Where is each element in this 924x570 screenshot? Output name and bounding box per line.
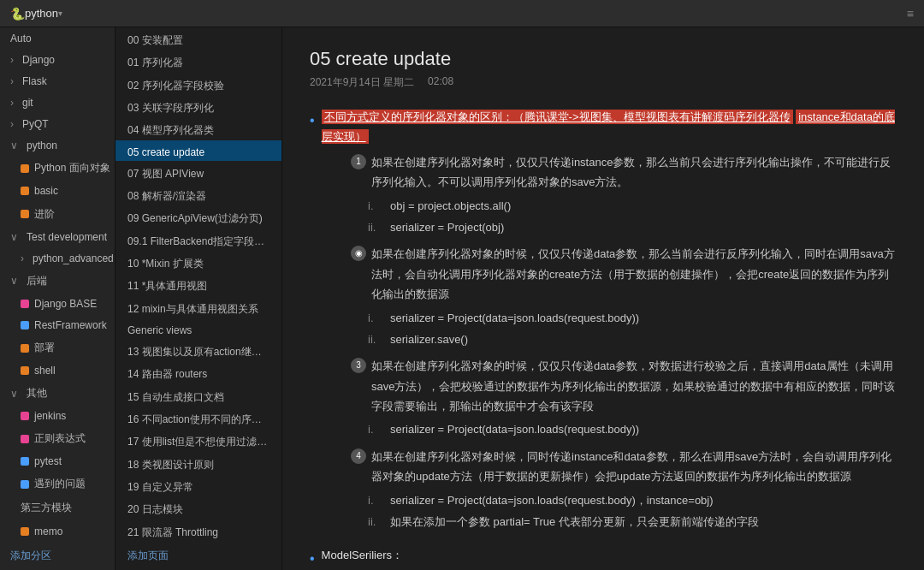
item-num-2: ◉	[351, 246, 366, 261]
middle-item-m10[interactable]: 10 *Mixin 扩展类	[116, 251, 281, 273]
middle-panel: 00 安装配置 01 序列化器 02 序列化器字段校验 03 关联字段序列化 0…	[116, 27, 282, 570]
sidebar-item-pyqt[interactable]: ›PyQT	[0, 114, 115, 135]
problems-dot	[21, 480, 29, 489]
memo-dot	[21, 527, 29, 536]
roman-1a: i.obj = project.objects.all()	[334, 196, 897, 216]
regex-dot	[21, 435, 29, 443]
sidebar-item-regex[interactable]: 正则表达式	[0, 427, 115, 451]
shell-dot	[21, 366, 29, 375]
content-body: • 不同方式定义的序列化器对象的区别：（腾讯课堂->视图集、模型视图表有讲解渡码…	[310, 107, 897, 570]
sidebar-item-jenkins[interactable]: jenkins	[0, 406, 115, 427]
middle-item-m02[interactable]: 02 序列化器字段校验	[116, 73, 281, 95]
main-layout: Auto ›Django ›Flask ›git ›PyQT ∨python P…	[0, 27, 924, 570]
sidebar-item-shell[interactable]: shell	[0, 360, 115, 382]
item-text-2: 如果在创建序列化器对象的时候，仅仅只传递data参数，那么当前会进行反序列化输入…	[371, 244, 897, 304]
sidebar: Auto ›Django ›Flask ›git ›PyQT ∨python P…	[0, 27, 116, 570]
item-text-1: 如果在创建序列化器对象时，仅仅只传递instance参数，那么当前只会进行序列化…	[371, 152, 897, 193]
middle-item-generic[interactable]: Generic views	[116, 318, 281, 339]
content-area: 05 create update 2021年9月14日 星期二 02:08 • …	[282, 27, 924, 570]
roman-4a: i.serializer = Project(data=json.loads(r…	[334, 490, 897, 510]
middle-item-m03[interactable]: 03 关联字段序列化	[116, 95, 281, 117]
list-item-1: 1 如果在创建序列化器对象时，仅仅只传递instance参数，那么当前只会进行序…	[351, 152, 897, 193]
bullet-dot-1: •	[310, 109, 315, 147]
sidebar-item-django-base[interactable]: Django BASE	[0, 293, 115, 314]
roman-1b: ii.serializer = Project(obj)	[334, 217, 897, 237]
sidebar-add-button[interactable]: 添加分区	[0, 542, 115, 570]
middle-item-m11[interactable]: 11 *具体通用视图	[116, 273, 281, 295]
list-item-2: ◉ 如果在创建序列化器对象的时候，仅仅只传递data参数，那么当前会进行反序列化…	[351, 244, 897, 304]
sidebar-item-pytest[interactable]: pytest	[0, 451, 115, 472]
sidebar-item-django[interactable]: ›Django	[0, 49, 115, 70]
sidebar-item-auto[interactable]: Auto	[0, 27, 115, 49]
content-meta: 2021年9月14日 星期二 02:08	[310, 75, 897, 90]
middle-item-m15[interactable]: 15 自动生成接口文档	[116, 384, 281, 407]
middle-item-m07[interactable]: 07 视图 APIView	[116, 161, 281, 183]
rest-dot	[21, 321, 29, 330]
topbar-title: python	[25, 7, 58, 20]
sidebar-item-python-face[interactable]: Python 面向对象	[0, 157, 115, 181]
main-bullet-2: • ModelSeriliers：	[310, 545, 897, 570]
jenkins-dot	[21, 412, 29, 420]
item-num-4: 4	[351, 448, 366, 464]
item-text-3: 如果在创建序列化器对象的时候，仅仅只传递data参数，对数据进行校验之后，直接调…	[371, 356, 897, 416]
sidebar-item-thirdparty[interactable]: 第三方模块	[0, 496, 115, 520]
pytest-dot	[21, 457, 29, 466]
sidebar-item-basic[interactable]: basic	[0, 181, 115, 202]
middle-item-m12[interactable]: 12 mixin与具体通用视图关系	[116, 296, 281, 318]
middle-item-m21[interactable]: 21 限流器 Throttling	[116, 520, 281, 542]
middle-item-m04[interactable]: 04 模型序列化器类	[116, 117, 281, 140]
middle-item-m01[interactable]: 01 序列化器	[116, 50, 281, 72]
list-item-4: 4 如果在创建序列化器对象时候，同时传递instance和data参数，那么在调…	[351, 447, 897, 487]
middle-item-m16[interactable]: 16 不同action使用不同的序列化器	[116, 407, 281, 429]
sidebar-item-flask[interactable]: ›Flask	[0, 70, 115, 92]
sidebar-item-other[interactable]: ∨其他	[0, 382, 115, 406]
middle-item-m05[interactable]: 05 create update	[116, 140, 281, 161]
content-time: 02:08	[428, 75, 453, 90]
sidebar-item-advance[interactable]: 进阶	[0, 202, 115, 226]
sidebar-item-restframework[interactable]: RestFramework	[0, 314, 115, 335]
item-num-3: 3	[351, 358, 366, 373]
sidebar-item-memo[interactable]: memo	[0, 520, 115, 542]
middle-item-m17[interactable]: 17 使用list但是不想使用过滤与分页	[116, 429, 281, 451]
middle-item-m18[interactable]: 18 类视图设计原则	[116, 452, 281, 474]
content-date: 2021年9月14日 星期二	[310, 75, 414, 90]
item-text-4: 如果在创建序列化器对象时候，同时传递instance和data参数，那么在调用s…	[371, 447, 897, 487]
main-bullet-1: • 不同方式定义的序列化器对象的区别：（腾讯课堂->视图集、模型视图表有讲解渡码…	[310, 107, 897, 147]
topbar: 🐍 python ▾ ≡	[0, 0, 924, 27]
middle-item-m13[interactable]: 13 视图集以及原有action继续扩展	[116, 339, 281, 361]
python-icon: 🐍	[10, 7, 25, 21]
deploy-dot	[21, 344, 29, 353]
sidebar-item-python[interactable]: ∨python	[0, 135, 115, 157]
middle-item-m09[interactable]: 09 GenericApiView(过滤分页)	[116, 205, 281, 228]
middle-add-button[interactable]: 添加页面	[116, 542, 281, 570]
middle-item-m20[interactable]: 20 日志模块	[116, 496, 281, 519]
roman-2b: ii.serializer.save()	[334, 330, 897, 349]
sidebar-item-python-adv[interactable]: ›python_advanced	[0, 247, 115, 269]
sidebar-item-problems[interactable]: 遇到的问题	[0, 472, 115, 496]
item-num-1: 1	[351, 154, 366, 169]
topbar-chevron-icon[interactable]: ▾	[58, 9, 62, 18]
django-base-dot	[21, 300, 29, 308]
page-title: 05 create update	[310, 48, 897, 70]
middle-item-m00[interactable]: 00 安装配置	[116, 27, 281, 50]
sort-icon[interactable]: ≡	[907, 7, 914, 21]
sidebar-item-git[interactable]: ›git	[0, 92, 115, 113]
model-serializers-label: ModelSeriliers：	[322, 549, 403, 561]
middle-item-m08[interactable]: 08 解析器/渲染器	[116, 183, 281, 205]
middle-item-m14[interactable]: 14 路由器 routers	[116, 361, 281, 383]
middle-item-m19[interactable]: 19 自定义异常	[116, 474, 281, 496]
sidebar-item-backend[interactable]: ∨后端	[0, 269, 115, 293]
roman-2a: i.serializer = Project(data=json.loads(r…	[334, 308, 897, 328]
basic-dot	[21, 187, 29, 195]
sub-items-container: 1 如果在创建序列化器对象时，仅仅只传递instance参数，那么当前只会进行序…	[310, 152, 897, 532]
roman-4b: ii.如果在添加一个参数 partial= True 代表部分更新，只会更新前端…	[334, 512, 897, 531]
python-face-dot	[21, 164, 29, 173]
sidebar-item-test-dev[interactable]: ∨Test development	[0, 226, 115, 247]
roman-3a: i.serializer = Project(data=json.loads(r…	[334, 419, 897, 439]
highlight-text-1: 不同方式定义的序列化器对象的区别：（腾讯课堂->视图集、模型视图表有讲解渡码序列…	[322, 110, 793, 124]
middle-item-m09f[interactable]: 09.1 FilterBackend指定字段过滤	[116, 229, 281, 251]
sidebar-item-deploy[interactable]: 部署	[0, 336, 115, 360]
advance-dot	[21, 210, 29, 218]
list-item-3: 3 如果在创建序列化器对象的时候，仅仅只传递data参数，对数据进行校验之后，直…	[351, 356, 897, 416]
bullet-dot-2: •	[310, 547, 315, 570]
